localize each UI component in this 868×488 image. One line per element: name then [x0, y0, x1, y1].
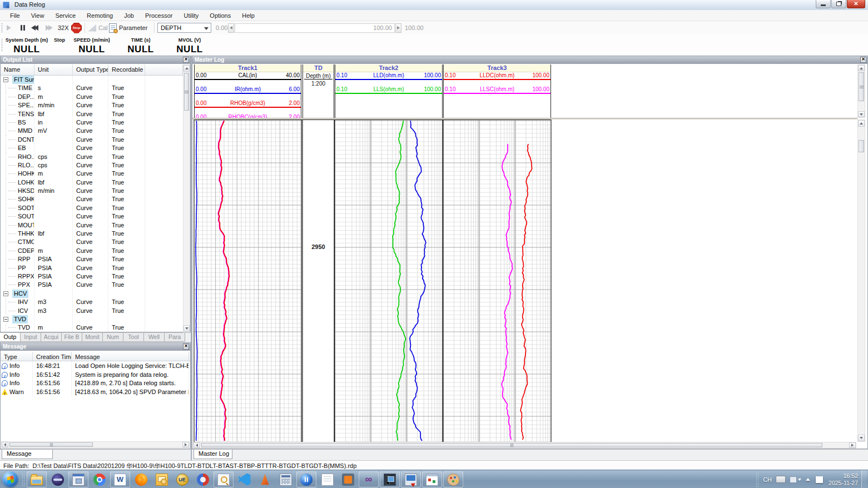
- taskbar-ultraedit[interactable]: [172, 470, 192, 488]
- log-header-scrollbar[interactable]: [857, 64, 865, 118]
- column-header-unit[interactable]: Unit: [34, 64, 73, 75]
- taskbar-matlab[interactable]: [255, 470, 275, 488]
- taskbar-magnifier[interactable]: [214, 471, 234, 487]
- message-hscrollbar[interactable]: [1, 441, 190, 448]
- tab-message[interactable]: Message: [2, 450, 53, 459]
- curve-scale-row[interactable]: 0.10LLDC(ohm.m)100.00: [444, 72, 550, 80]
- menu-options[interactable]: Options: [204, 11, 236, 20]
- taskbar-visual-studio[interactable]: [359, 471, 379, 487]
- start-button[interactable]: [0, 470, 21, 488]
- table-row[interactable]: MOUTCurveTrue: [1, 221, 183, 230]
- expand-collapse-icon[interactable]: [3, 291, 8, 296]
- message-row[interactable]: Info16:51:56[4218.89 m, 2.70 s] Data rel…: [1, 379, 190, 388]
- table-row[interactable]: RPPXPSIACurveTrue: [1, 272, 183, 281]
- taskbar-eclipse[interactable]: [47, 470, 68, 488]
- restore-button[interactable]: [831, 0, 846, 8]
- curve-scale-row[interactable]: 0.10LLS(ohm.m)100.00: [335, 86, 442, 94]
- mode-select[interactable]: DEPTH: [157, 23, 211, 33]
- taskbar-vmware[interactable]: [338, 470, 358, 488]
- keyboard-icon[interactable]: [776, 476, 786, 483]
- table-row[interactable]: SPE...m/minCurveTrue: [1, 101, 183, 109]
- taskbar-word[interactable]: [110, 471, 130, 487]
- tab-input[interactable]: Input: [20, 333, 41, 342]
- table-row[interactable]: LOHKlbfCurveTrue: [1, 178, 183, 187]
- table-row[interactable]: TIMEsCurveTrue: [1, 84, 183, 92]
- curve-scale-row[interactable]: 0.00RHOB(g/cm3)2.00: [195, 99, 301, 108]
- tab-monit[interactable]: Monit: [82, 333, 103, 342]
- close-icon[interactable]: ✕: [860, 57, 866, 63]
- taskbar-media-player[interactable]: [296, 471, 316, 487]
- close-icon[interactable]: ✕: [183, 343, 189, 350]
- taskbar-calculator[interactable]: [275, 470, 296, 488]
- table-row[interactable]: DCNTCurveTrue: [1, 136, 183, 144]
- curve-scale-row[interactable]: 0.00IR(ohm.m)6.00: [195, 86, 301, 94]
- table-row[interactable]: BSinCurveTrue: [1, 118, 183, 127]
- close-button[interactable]: ✕: [847, 0, 865, 8]
- tab-acqui[interactable]: Acqui: [41, 333, 62, 342]
- table-row[interactable]: IHVm3CurveTrue: [1, 298, 183, 306]
- menu-help[interactable]: Help: [236, 11, 260, 20]
- menu-utility[interactable]: Utility: [178, 11, 204, 20]
- table-row[interactable]: PPXPSIACurveTrue: [1, 281, 183, 289]
- table-row[interactable]: HOHKmCurveTrue: [1, 170, 183, 178]
- column-header-output-type[interactable]: Output Type: [73, 64, 108, 75]
- tab-well[interactable]: Well: [143, 333, 165, 342]
- fast-forward-button[interactable]: [46, 21, 53, 34]
- menu-file[interactable]: File: [4, 11, 26, 20]
- taskbar-setup-tool[interactable]: [422, 471, 442, 487]
- chevron-down-icon[interactable]: [798, 479, 801, 481]
- stop-button[interactable]: Stop: [71, 21, 82, 34]
- curve-scale-row[interactable]: 0.10LLD(ohm.m)100.00: [335, 72, 442, 80]
- master-log-caption[interactable]: Master Log ✕: [192, 56, 867, 64]
- column-header-recordable[interactable]: Recordable: [108, 64, 145, 75]
- taskbar-explorer[interactable]: [27, 471, 47, 487]
- table-row[interactable]: RPPPSIACurveTrue: [1, 255, 183, 263]
- parameter-button[interactable]: Parameter: [109, 21, 147, 34]
- pause-button[interactable]: [20, 21, 26, 34]
- table-row[interactable]: CDEPmCurveTrue: [1, 247, 183, 255]
- message-caption[interactable]: Message ✕: [1, 343, 190, 351]
- table-row[interactable]: SODTCurveTrue: [1, 204, 183, 212]
- table-row[interactable]: TVD: [1, 315, 183, 323]
- column-header-message[interactable]: Message: [72, 352, 189, 361]
- tab-num[interactable]: Num: [102, 333, 123, 342]
- expand-collapse-icon[interactable]: [3, 317, 8, 322]
- taskbar-firefox[interactable]: [131, 470, 151, 488]
- output-list-scrollbar[interactable]: [183, 64, 190, 332]
- ime-icon[interactable]: [790, 476, 797, 483]
- curve-scale-row[interactable]: 0.00RHOBC(g/cm3)2.00: [195, 113, 301, 118]
- table-row[interactable]: TVDmCurveTrue: [1, 323, 183, 332]
- tab-tool[interactable]: Tool: [123, 333, 144, 342]
- taskbar-remote-desktop[interactable]: [401, 471, 421, 487]
- show-hidden-icons-icon[interactable]: [806, 478, 810, 481]
- table-row[interactable]: TENSlbfCurveTrue: [1, 110, 183, 118]
- taskbar-vscode[interactable]: [234, 470, 255, 488]
- slider-left-button[interactable]: [228, 23, 234, 33]
- table-row[interactable]: DEP...mCurveTrue: [1, 93, 183, 101]
- close-icon[interactable]: ✕: [183, 57, 189, 63]
- taskbar-outlook[interactable]: [151, 470, 172, 488]
- message-row[interactable]: Info16:48:21Load Open Hole Logging Servi…: [1, 362, 190, 371]
- menu-service[interactable]: Service: [49, 11, 81, 20]
- table-row[interactable]: HKSDm/minCurveTrue: [1, 187, 183, 195]
- clock[interactable]: 16:522025-11-27: [829, 472, 858, 487]
- curve-scale-row[interactable]: 0.10LLSC(ohm.m)100.00: [444, 86, 550, 94]
- volume-icon[interactable]: [816, 476, 823, 483]
- table-row[interactable]: PPPSIACurveTrue: [1, 264, 183, 272]
- menu-job[interactable]: Job: [118, 11, 140, 20]
- menu-processor[interactable]: Processor: [140, 11, 178, 20]
- taskbar-notepad[interactable]: [317, 470, 338, 488]
- table-row[interactable]: CTMOCurveTrue: [1, 238, 183, 246]
- show-desktop-button[interactable]: [861, 470, 867, 488]
- tab-master-log[interactable]: Master Log: [194, 450, 232, 459]
- log-plot-hscrollbar[interactable]: [193, 442, 856, 449]
- table-row[interactable]: EBCurveTrue: [1, 144, 183, 152]
- taskbar-network-monitor[interactable]: [380, 471, 400, 487]
- column-header-creation-time[interactable]: Creation Time: [33, 352, 72, 361]
- table-row[interactable]: HCV: [1, 290, 183, 298]
- curve-scale-row[interactable]: 0.00CAL(in)40.00: [195, 72, 301, 80]
- expand-collapse-icon[interactable]: [3, 77, 8, 82]
- slider-right-button[interactable]: [395, 23, 401, 33]
- tab-file-b[interactable]: File B: [61, 333, 82, 342]
- language-indicator[interactable]: CH: [763, 476, 772, 483]
